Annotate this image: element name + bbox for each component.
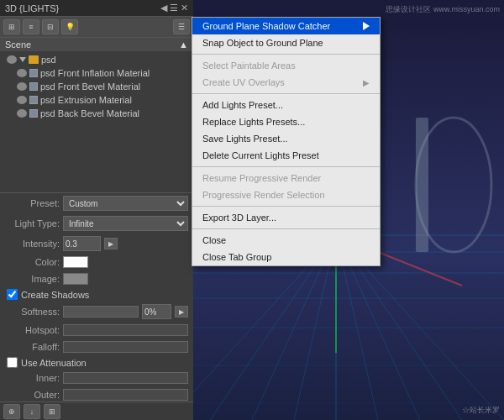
light-type-row: Light Type: Infinite	[0, 213, 193, 234]
image-row: Image:	[0, 270, 193, 287]
create-shadows-row: Create Shadows	[0, 287, 193, 302]
outer-row: Outer:	[0, 386, 193, 403]
preset-row: Preset: Custom	[0, 193, 193, 213]
softness-label: Softness:	[5, 307, 60, 317]
menu-item-snap-object[interactable]: Snap Object to Ground Plane	[192, 34, 380, 51]
menu-item-export-3d[interactable]: Export 3D Layer...	[192, 209, 380, 226]
tree-item-back-bevel[interactable]: psd Back Bevel Material	[0, 107, 193, 120]
tree-item-label: psd Front Inflation Material	[40, 68, 150, 78]
falloff-slider[interactable]	[63, 341, 188, 353]
menu-item-add-lights[interactable]: Add Lights Preset...	[192, 97, 380, 113]
menu-item-label: Export 3D Layer...	[202, 213, 276, 223]
eye-icon[interactable]	[17, 69, 27, 77]
intensity-input[interactable]	[63, 236, 101, 251]
menu-item-label: Create UV Overlays	[202, 77, 285, 87]
menu-item-label: Delete Current Lights Preset	[202, 150, 319, 160]
toolbar-light-btn[interactable]: 💡	[61, 19, 78, 34]
tree-item-root[interactable]: psd	[0, 53, 193, 66]
preset-select[interactable]: Custom	[63, 196, 188, 211]
menu-item-label: Snap Object to Ground Plane	[202, 38, 323, 48]
menu-item-ground-plane-shadow[interactable]: Ground Plane Shadow Catcher	[192, 18, 380, 34]
menu-item-save-lights[interactable]: Save Lights Preset...	[192, 130, 380, 147]
toolbar-menu-btn[interactable]: ☰	[173, 19, 190, 34]
scene-expand-icon[interactable]: ▲	[179, 39, 188, 50]
color-row: Color:	[0, 254, 193, 270]
menu-item-create-uv: Create UV Overlays ▶	[192, 74, 380, 91]
create-shadows-label: Create Shadows	[21, 290, 89, 300]
menu-separator-2	[192, 93, 380, 94]
scene-area: Scene ▲ psd psd Front Inflation Material…	[0, 38, 193, 193]
panel-close-icon[interactable]: ✕	[181, 3, 188, 13]
image-thumb[interactable]	[63, 273, 88, 285]
menu-item-close-tab-group[interactable]: Close Tab Group	[192, 249, 380, 265]
toolbar-detail-btn[interactable]: ⊟	[42, 19, 59, 34]
tree-item-label: psd Back Bevel Material	[40, 108, 139, 118]
create-shadows-checkbox[interactable]	[7, 289, 18, 300]
hotspot-slider[interactable]	[63, 324, 188, 336]
intensity-arrow[interactable]: ▶	[104, 238, 118, 249]
scene-label: Scene	[5, 39, 31, 50]
tree-item-front-inflation[interactable]: psd Front Inflation Material	[0, 66, 193, 80]
menu-item-label: Close	[202, 235, 226, 245]
bottom-toolbar: ⊕ ↓ ⊞	[0, 402, 193, 420]
toolbar-list-btn[interactable]: ≡	[23, 19, 39, 34]
tree-item-label: psd Front Bevel Material	[40, 81, 140, 92]
softness-slider[interactable]	[63, 306, 139, 318]
eye-icon[interactable]	[17, 82, 27, 91]
preset-label: Preset:	[5, 198, 60, 208]
outer-slider[interactable]	[63, 389, 188, 401]
toolbar-grid-btn[interactable]: ⊞	[3, 19, 20, 34]
hotspot-label: Hotspot:	[5, 325, 60, 335]
scene-header: Scene ▲	[0, 38, 193, 51]
tree-item-extrusion[interactable]: psd Extrusion Material	[0, 93, 193, 107]
softness-input[interactable]	[142, 304, 171, 319]
tree-item-front-bevel[interactable]: psd Front Bevel Material	[0, 80, 193, 93]
menu-separator-5	[192, 228, 380, 229]
panel-title-bar: 3D {LIGHTS} ◀ ☰ ✕	[0, 0, 193, 17]
item-square	[29, 109, 38, 118]
submenu-arrow-icon: ▶	[363, 78, 370, 87]
menu-item-label: Add Lights Preset...	[202, 100, 283, 110]
menu-item-label: Save Lights Preset...	[202, 134, 288, 144]
menu-cursor-icon	[363, 22, 370, 30]
scene-tree: psd psd Front Inflation Material psd Fro…	[0, 51, 193, 122]
menu-item-replace-lights[interactable]: Replace Lights Presets...	[192, 113, 380, 130]
inner-label: Inner:	[5, 373, 60, 383]
color-swatch[interactable]	[63, 256, 88, 268]
menu-separator-1	[192, 54, 380, 55]
watermark-bottom: ☆站长米罗	[462, 405, 500, 416]
eye-icon[interactable]	[17, 109, 27, 118]
falloff-label: Falloff:	[5, 342, 60, 352]
bottom-btn-3[interactable]: ⊞	[44, 404, 60, 419]
bottom-btn-2[interactable]: ↓	[24, 404, 40, 419]
intensity-row: Intensity: ▶	[0, 234, 193, 254]
hotspot-row: Hotspot:	[0, 322, 193, 339]
menu-item-delete-lights[interactable]: Delete Current Lights Preset	[192, 147, 380, 164]
panel-collapse-icon[interactable]: ◀	[160, 3, 167, 13]
menu-item-label: Close Tab Group	[202, 252, 271, 262]
panel-toolbar: ⊞ ≡ ⊟ 💡 ☰	[0, 17, 193, 38]
watermark-top: 思缘设计社区 www.missyuan.com	[386, 4, 500, 15]
menu-item-close[interactable]: Close	[192, 232, 380, 249]
use-attenuation-checkbox[interactable]	[7, 357, 18, 368]
panel-title-icons: ◀ ☰ ✕	[160, 3, 188, 13]
bottom-btn-1[interactable]: ⊕	[3, 404, 20, 419]
menu-item-resume-render: Resume Progressive Render	[192, 170, 380, 186]
eye-icon[interactable]	[17, 96, 27, 104]
light-type-select[interactable]: Infinite	[63, 216, 188, 231]
tree-arrow	[19, 57, 26, 62]
svg-rect-21	[416, 118, 428, 252]
softness-arrow[interactable]: ▶	[175, 306, 188, 318]
use-attenuation-label: Use Attenuation	[21, 358, 87, 368]
item-square	[29, 82, 38, 91]
image-label: Image:	[5, 274, 60, 284]
menu-item-label: Resume Progressive Render	[202, 173, 321, 183]
panel-menu-icon[interactable]: ☰	[170, 3, 178, 13]
menu-item-label: Progressive Render Selection	[202, 190, 325, 200]
use-attenuation-row: Use Attenuation	[0, 355, 193, 370]
inner-row: Inner:	[0, 370, 193, 386]
item-square	[29, 96, 38, 104]
menu-item-label: Select Paintable Areas	[202, 60, 296, 71]
inner-slider[interactable]	[63, 372, 188, 384]
eye-icon[interactable]	[7, 55, 17, 64]
